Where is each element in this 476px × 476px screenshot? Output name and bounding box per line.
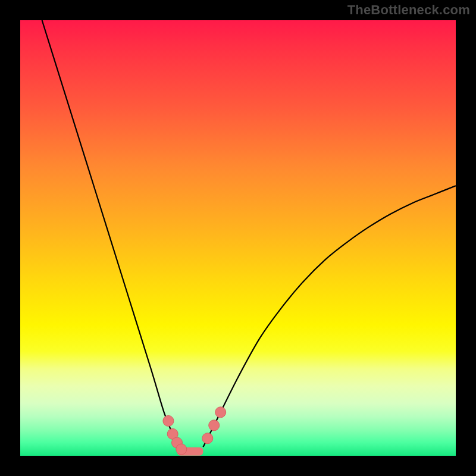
data-marker bbox=[163, 415, 174, 426]
data-marker bbox=[176, 444, 187, 455]
curve-lines bbox=[42, 20, 456, 447]
plot-area bbox=[20, 20, 456, 456]
left-branch-line bbox=[42, 20, 180, 447]
data-marker bbox=[209, 420, 220, 431]
right-branch-line bbox=[203, 186, 456, 447]
chart-frame: TheBottleneck.com bbox=[0, 0, 476, 476]
watermark-text: TheBottleneck.com bbox=[347, 2, 470, 18]
data-marker bbox=[202, 433, 213, 444]
bottleneck-curve bbox=[20, 20, 456, 456]
data-marker bbox=[215, 407, 226, 418]
